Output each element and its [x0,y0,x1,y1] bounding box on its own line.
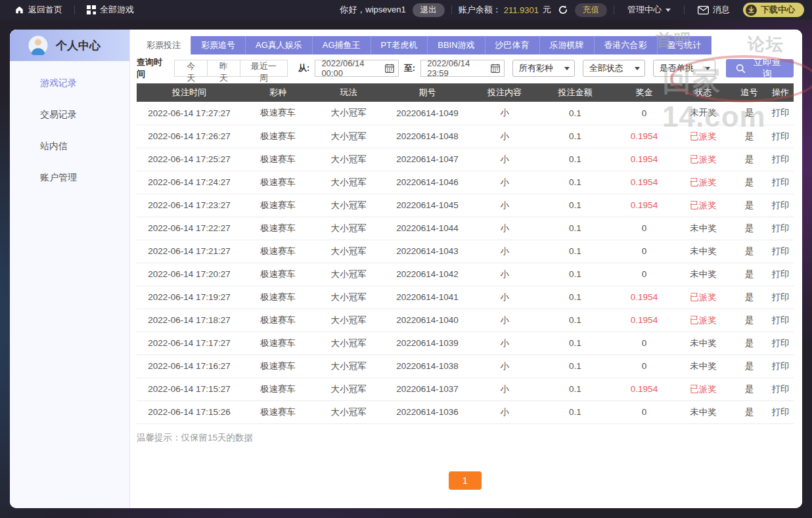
bet-records-table: 投注时间彩种玩法期号投注内容投注金额奖金状态追号操作 2022-06-14 17… [137,83,794,424]
quick-range-button-2[interactable]: 昨天 [207,60,240,77]
cell-chase: 是 [731,217,767,240]
cell-action[interactable]: 打印 [767,309,794,332]
from-date-value: 2022/06/14 00:00 [321,58,379,78]
tab-8[interactable]: 乐游棋牌 [540,36,595,54]
cell-chase: 是 [731,102,767,125]
table-row: 2022-06-14 17:25:27极速赛车大小冠军20220614-1047… [137,148,794,171]
tab-6[interactable]: BBIN游戏 [428,36,485,54]
cell-action[interactable]: 打印 [767,355,794,378]
cell-action[interactable]: 打印 [767,240,794,263]
cell-content: 小 [472,355,537,378]
download-center-label: 下载中心 [761,4,795,16]
sidebar-item-2[interactable]: 交易记录 [10,99,129,131]
cell-issue: 20220614-1040 [383,309,472,332]
refresh-icon[interactable] [558,5,568,15]
cell-issue: 20220614-1043 [383,240,472,263]
cell-lottery: 极速赛车 [242,378,314,400]
content-area: 彩票投注彩票追号AG真人娱乐AG捕鱼王PT老虎机BBIN游戏沙巴体育乐游棋牌香港… [130,30,802,508]
cell-content: 小 [472,332,537,355]
cell-action[interactable]: 打印 [767,217,794,240]
cell-lottery: 极速赛车 [242,355,314,378]
column-header-4: 期号 [383,83,472,102]
cell-prize: 0.1954 [613,171,675,194]
filter-select-2[interactable]: 全部状态 [583,60,645,77]
cell-chase: 是 [731,378,767,400]
balance-label: 账户余额： [459,4,501,16]
divider [451,5,452,14]
sidebar-item-4[interactable]: 账户管理 [10,162,129,194]
tab-10[interactable]: 盈亏统计 [658,36,711,54]
cell-action[interactable]: 打印 [767,148,794,171]
admin-center-menu[interactable]: 管理中心 [621,4,677,16]
cell-action[interactable]: 打印 [767,286,794,309]
calendar-icon[interactable] [385,64,394,73]
query-button[interactable]: 立即查询 [726,59,794,77]
cell-play: 大小冠军 [314,102,383,125]
cell-amount: 0.1 [537,102,613,125]
quick-range-button-3[interactable]: 最近一周 [240,60,288,77]
cell-chase: 是 [731,148,767,171]
balance-value: 211.9301 [504,5,539,15]
table-header-row: 投注时间彩种玩法期号投注内容投注金额奖金状态追号操作 [137,83,794,102]
cell-action[interactable]: 打印 [767,125,794,148]
cell-time: 2022-06-14 17:18:27 [137,309,242,332]
tab-9[interactable]: 香港六合彩 [595,36,658,54]
recharge-button[interactable]: 充值 [575,3,607,17]
cell-prize: 0.1954 [613,125,675,148]
tab-3[interactable]: AG真人娱乐 [246,36,313,54]
cell-lottery: 极速赛车 [242,240,314,263]
cell-action[interactable]: 打印 [767,171,794,194]
cell-action[interactable]: 打印 [767,263,794,286]
cell-prize: 0 [613,217,675,240]
calendar-icon[interactable] [491,64,500,73]
logout-button[interactable]: 退出 [413,3,445,17]
tab-7[interactable]: 沙巴体育 [485,36,540,54]
home-link-label: 返回首页 [28,4,62,16]
cell-amount: 0.1 [537,194,613,217]
cell-prize: 0.1954 [613,378,675,400]
tab-4[interactable]: AG捕鱼王 [313,36,371,54]
cell-issue: 20220614-1039 [383,332,472,355]
tab-5[interactable]: PT老虎机 [371,36,428,54]
filter-select-1[interactable]: 所有彩种 [512,60,575,77]
column-header-9: 追号 [731,83,767,102]
page-1-button[interactable]: 1 [449,471,482,490]
sidebar-item-3[interactable]: 站内信 [10,131,129,162]
cell-play: 大小冠军 [314,194,383,217]
table-row: 2022-06-14 17:22:27极速赛车大小冠军20220614-1044… [137,217,794,240]
cell-issue: 20220614-1037 [383,378,472,400]
cell-prize: 0 [613,263,675,286]
to-date-input[interactable]: 2022/06/14 23:59 [420,60,504,77]
filter-bar: 查询时间 今天昨天最近一周 从: 2022/06/14 00:00 至: 202… [137,60,794,77]
home-link[interactable]: 返回首页 [8,4,69,16]
cell-amount: 0.1 [537,217,613,240]
cell-prize: 0 [613,355,675,378]
cell-chase: 是 [731,125,767,148]
cell-action[interactable]: 打印 [767,194,794,217]
download-center-button[interactable]: 下载中心 [743,3,804,17]
cell-status: 未中奖 [675,240,731,263]
cell-amount: 0.1 [537,400,613,423]
cell-action[interactable]: 打印 [767,332,794,355]
quick-range-button-1[interactable]: 今天 [174,60,208,77]
tab-2[interactable]: 彩票追号 [191,36,246,54]
from-date-input[interactable]: 2022/06/14 00:00 [315,60,398,77]
cell-play: 大小冠军 [314,125,383,148]
cell-lottery: 极速赛车 [242,309,314,332]
cell-action[interactable]: 打印 [767,378,794,400]
cell-issue: 20220614-1048 [383,125,472,148]
tab-1[interactable]: 彩票投注 [137,36,191,54]
sidebar-item-1[interactable]: 游戏记录 [10,68,129,99]
all-games-label: 全部游戏 [100,4,134,16]
all-games-link[interactable]: 全部游戏 [80,4,141,16]
messages-link[interactable]: 消息 [691,4,736,16]
column-header-2: 彩种 [242,83,314,102]
cell-status: 未中奖 [675,263,731,286]
cell-chase: 是 [731,240,767,263]
cell-action[interactable]: 打印 [767,400,794,423]
sidebar-title: 个人中心 [56,38,101,53]
filter-select-3[interactable]: 是否单挑 [653,60,715,77]
cell-action[interactable]: 打印 [767,102,794,125]
pagination: 1 [137,471,794,490]
messages-label: 消息 [713,4,730,16]
